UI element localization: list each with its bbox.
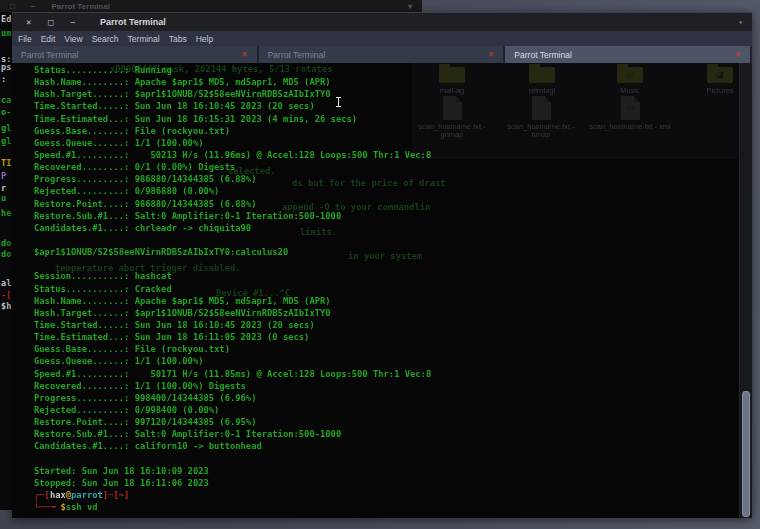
- terminal-line: Speed.#1.........: 50213 H/s (11.96ms) @…: [34, 150, 739, 162]
- titlebar[interactable]: ✕ □ − Parrot Terminal ▾: [12, 13, 752, 31]
- terminal-text-segment: └──╼: [34, 502, 60, 512]
- bg-terminal-fragment: do: [1, 249, 11, 259]
- tab-close-icon[interactable]: ✕: [734, 50, 741, 59]
- terminal-line: Restore.Sub.#1...: Salt:0 Amplifier:0-1 …: [34, 211, 739, 223]
- terminal-line: Status...........: Cracked: [34, 284, 739, 296]
- terminal-text-segment: Progress.........: 998400/14344385 (6.96…: [34, 393, 256, 403]
- close-window-button[interactable]: ✕: [26, 13, 48, 31]
- terminal-line: Guess.Queue......: 1/1 (100.00%): [34, 138, 739, 150]
- terminal-line: Guess.Base.......: File (rockyou.txt): [34, 344, 739, 356]
- terminal-text-segment: Started: Sun Jun 18 16:10:09 2023: [34, 466, 209, 476]
- terminal-line: Recovered........: 0/1 (0.00%) Digests: [34, 162, 739, 174]
- terminal-window: ✕ □ − Parrot Terminal ▾ FileEditViewSear…: [12, 12, 752, 518]
- terminal-line: Status...........: Running: [34, 65, 739, 77]
- bg-terminal-fragment: Ed: [1, 14, 11, 24]
- terminal-line: Progress.........: 998400/14344385 (6.96…: [34, 393, 739, 405]
- tab-parrot-terminal-2[interactable]: Parrot Terminal✕: [259, 46, 506, 63]
- tab-parrot-terminal-1[interactable]: Parrot Terminal✕: [12, 46, 259, 63]
- terminal-line: Session..........: hashcat: [34, 271, 739, 283]
- bg-terminal-fragment: ca: [1, 95, 11, 105]
- terminal-text-segment: Restore.Sub.#1...: Salt:0 Amplifier:0-1 …: [34, 429, 341, 439]
- terminal-line: Time.Started.....: Sun Jun 18 16:10:45 2…: [34, 101, 739, 113]
- terminal-line: Speed.#1.........: 50171 H/s (11.85ms) @…: [34, 369, 739, 381]
- minimize-window-button[interactable]: −: [70, 13, 92, 31]
- menu-bar: FileEditViewSearchTerminalTabsHelp: [12, 31, 752, 46]
- bg-terminal-fragment: P: [1, 171, 6, 181]
- bg-maximize-icon: □: [10, 2, 15, 11]
- tab-label: Parrot Terminal: [514, 50, 734, 60]
- menu-item-search[interactable]: Search: [92, 34, 119, 44]
- terminal-line: Stopped: Sun Jun 18 16:11:06 2023: [34, 478, 739, 490]
- bg-terminal-fragment: ps: [1, 62, 11, 72]
- maximize-window-button[interactable]: □: [48, 13, 70, 31]
- terminal-text-segment: Hash.Name........: Apache $apr1$ MD5, md…: [34, 296, 331, 306]
- terminal-text-segment: Session..........: hashcat: [34, 271, 172, 281]
- terminal-line: Progress.........: 986880/14344385 (6.88…: [34, 174, 739, 186]
- menu-item-tabs[interactable]: Tabs: [169, 34, 187, 44]
- terminal-line: Time.Estimated...: Sun Jun 18 16:15:31 2…: [34, 114, 739, 126]
- terminal-line: $apr1$1ONUB/S2$58eeNVirnRDB5zAIbIxTY0:ca…: [34, 247, 739, 259]
- bg-terminal-fragment: o-: [1, 107, 11, 117]
- tab-bar: Parrot Terminal✕Parrot Terminal✕Parrot T…: [12, 46, 752, 63]
- menu-item-file[interactable]: File: [18, 34, 32, 44]
- terminal-text-segment: Time.Started.....: Sun Jun 18 16:10:45 2…: [34, 101, 315, 111]
- background-window-titlebar[interactable]: □ − Parrot Terminal ▾: [0, 0, 422, 12]
- terminal-text-segment: Guess.Queue......: 1/1 (100.00%): [34, 138, 203, 148]
- menu-item-help[interactable]: Help: [196, 34, 213, 44]
- terminal-text-segment: Restore.Point....: 986880/14344385 (6.88…: [34, 199, 256, 209]
- terminal-lines: Status...........: RunningHash.Name.....…: [12, 63, 739, 514]
- bg-terminal-fragment: TI: [1, 158, 11, 168]
- bg-terminal-fragment: $h: [1, 301, 11, 311]
- terminal-text-segment: Rejected.........: 0/998400 (0.00%): [34, 405, 219, 415]
- bg-terminal-fragment: he: [1, 208, 11, 218]
- terminal-text-segment: hax: [50, 490, 66, 500]
- bg-terminal-fragment: :: [1, 74, 6, 84]
- terminal-text-segment: Guess.Queue......: 1/1 (100.00%): [34, 356, 203, 366]
- scrollbar-thumb[interactable]: [742, 391, 750, 517]
- terminal-text-segment: Hash.Target......: $apr1$1ONUB/S2$58eeNV…: [34, 89, 331, 99]
- menu-item-terminal[interactable]: Terminal: [128, 34, 160, 44]
- tab-close-icon[interactable]: ✕: [241, 50, 248, 59]
- terminal-line: Restore.Sub.#1...: Salt:0 Amplifier:0-1 …: [34, 429, 739, 441]
- bg-terminal-fragment: r: [1, 183, 6, 193]
- terminal-text-segment: Hash.Target......: $apr1$1ONUB/S2$58eeNV…: [34, 308, 331, 318]
- terminal-text-segment: Progress.........: 986880/14344385 (6.88…: [34, 174, 256, 184]
- bg-terminal-fragment: al: [1, 278, 11, 288]
- terminal-text-segment: Speed.#1.........: 50171 H/s (11.85ms) @…: [34, 369, 431, 379]
- tab-parrot-terminal-3[interactable]: Parrot Terminal✕: [505, 46, 752, 63]
- terminal-text-segment: Restore.Sub.#1...: Salt:0 Amplifier:0-1 …: [34, 211, 341, 221]
- terminal-line: Restore.Point....: 986880/14344385 (6.88…: [34, 199, 739, 211]
- terminal-text-segment: ]─[~]: [103, 490, 129, 500]
- terminal-line: [34, 454, 739, 466]
- desktop: □ − Parrot Terminal ▾ Edums:ps:cao-glglT…: [0, 0, 760, 529]
- terminal-text-segment: Recovered........: 1/1 (100.00%) Digests: [34, 381, 246, 391]
- terminal-line: Time.Estimated...: Sun Jun 18 16:11:05 2…: [34, 332, 739, 344]
- terminal-text-segment: Status...........: Cracked: [34, 284, 172, 294]
- text-ibeam-cursor: [338, 97, 339, 107]
- terminal-line: Restore.Point....: 997120/14344385 (6.95…: [34, 417, 739, 429]
- window-title: Parrot Terminal: [100, 17, 166, 27]
- terminal-text-segment: Speed.#1.........: 50213 H/s (11.96ms) @…: [34, 150, 431, 160]
- terminal-text-segment: Hash.Name........: Apache $apr1$ MD5, md…: [34, 77, 331, 87]
- tab-close-icon[interactable]: ✕: [488, 50, 495, 59]
- bg-terminal-fragment: do: [1, 238, 11, 248]
- titlebar-menu-arrow-icon[interactable]: ▾: [738, 18, 743, 27]
- bg-window-title: Parrot Terminal: [52, 2, 111, 11]
- terminal-line: Candidates.#1....: californ10 -> buttonh…: [34, 441, 739, 453]
- tab-label: Parrot Terminal: [21, 50, 241, 60]
- terminal-text-segment: Status...........: Running: [34, 65, 172, 75]
- terminal-text-segment: Time.Started.....: Sun Jun 18 16:10:45 2…: [34, 320, 315, 330]
- terminal-line: [34, 235, 739, 247]
- terminal-line: Hash.Name........: Apache $apr1$ MD5, md…: [34, 296, 739, 308]
- terminal-text-segment: Time.Estimated...: Sun Jun 18 16:11:05 2…: [34, 332, 309, 342]
- terminal-text-segment: $apr1$1ONUB/S2$58eeNVirnRDB5zAIbIxTY0:ca…: [34, 247, 288, 257]
- terminal-line: Rejected.........: 0/986880 (0.00%): [34, 186, 739, 198]
- terminal-content[interactable]: mail-agreimtagi♪♪Music◪Picturesscan_host…: [12, 63, 752, 518]
- menu-item-view[interactable]: View: [64, 34, 82, 44]
- terminal-line: └──╼ $ssh vd: [34, 502, 739, 514]
- menu-item-edit[interactable]: Edit: [41, 34, 56, 44]
- background-terminal-sliver[interactable]: Edums:ps:cao-glglTIPruhedodoal-[$h: [0, 12, 12, 510]
- terminal-text-segment: Recovered........: 0/1 (0.00%) Digests: [34, 162, 235, 172]
- bg-terminal-fragment: gl: [1, 136, 11, 146]
- scrollbar-track[interactable]: [739, 63, 752, 518]
